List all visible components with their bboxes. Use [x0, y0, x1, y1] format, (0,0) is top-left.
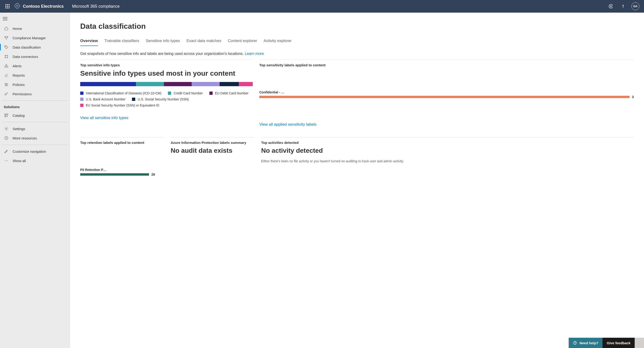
- avatar[interactable]: GA: [632, 2, 639, 10]
- svg-point-8: [7, 55, 8, 56]
- card-heading: No activity detected: [261, 147, 634, 154]
- divider: [2, 144, 68, 145]
- sidebar-item-label: Policies: [12, 83, 25, 87]
- gear-icon: [608, 4, 613, 9]
- card-top-sensitivity-labels: Top sensitivity labels applied to conten…: [259, 60, 634, 127]
- question-icon: [621, 4, 625, 9]
- view-all-applied-sensitivity-labels-link[interactable]: View all applied sensitivity labels: [259, 122, 634, 127]
- gear-icon: [4, 127, 9, 131]
- svg-point-28: [6, 160, 6, 161]
- sidebar-item-label: Data connectors: [12, 55, 38, 59]
- collapse-nav-button[interactable]: [0, 16, 70, 24]
- card-title: Top retention labels applied to content: [80, 141, 164, 144]
- swatch-icon: [80, 98, 84, 101]
- svg-point-10: [7, 57, 8, 58]
- sidebar-item-permissions[interactable]: Permissions: [0, 89, 70, 99]
- overview-subtext: Get snapshots of how sensitive info and …: [80, 52, 634, 56]
- label-count: 28: [151, 172, 155, 176]
- legend-item: U.S. Bank Account Number: [80, 97, 126, 101]
- card-subtext: Either there's been no file activity or …: [261, 159, 634, 164]
- svg-point-18: [6, 85, 6, 86]
- swatch-icon: [210, 92, 213, 95]
- sidebar-item-label: Reports: [12, 73, 25, 77]
- tab-overview[interactable]: Overview: [80, 37, 98, 46]
- hamburger-icon: [3, 17, 8, 21]
- sidebar-item-home[interactable]: Home: [0, 24, 70, 33]
- sidebar-item-label: Catalog: [12, 113, 25, 117]
- settings-button[interactable]: [607, 3, 614, 10]
- sidebar-item-label: Data classification: [12, 45, 41, 49]
- collapse-actions-button[interactable]: [635, 338, 644, 348]
- chart-legend: International Classification of Diseases…: [80, 91, 253, 107]
- tab-sensitive-info-types[interactable]: Sensitive info types: [146, 37, 180, 46]
- tab-activity-explorer[interactable]: Activity explorer: [264, 37, 292, 46]
- sidebar-item-settings[interactable]: Settings: [0, 124, 70, 133]
- svg-point-27: [5, 160, 5, 161]
- sidebar-item-policies[interactable]: Policies: [0, 80, 70, 89]
- svg-point-31: [575, 343, 575, 344]
- main-content: Data classification Overview Trainable c…: [70, 13, 644, 348]
- ellipsis-icon: [4, 158, 9, 163]
- svg-point-16: [5, 83, 6, 84]
- card-heading: No audit data exists: [171, 147, 254, 154]
- bar-segment: [136, 82, 164, 86]
- tag-icon: [4, 45, 9, 49]
- svg-point-6: [5, 46, 6, 47]
- question-circle-icon: [573, 341, 577, 345]
- app-title: Microsoft 365 compliance: [72, 4, 120, 9]
- svg-point-26: [6, 137, 6, 137]
- sidebar-item-compliance-manager[interactable]: Compliance Manager: [0, 33, 70, 43]
- svg-point-12: [6, 67, 6, 67]
- bar-segment: [239, 82, 253, 86]
- sidebar-item-label: More resources: [12, 136, 37, 140]
- bottom-actions: Need help? Give feedback: [569, 338, 644, 348]
- sidebar-item-label: Show all: [12, 159, 26, 163]
- swatch-icon: [80, 104, 84, 107]
- card-title: Top sensitivity labels applied to conten…: [259, 63, 634, 67]
- sidebar: Home Compliance Manager Data classificat…: [0, 13, 70, 348]
- svg-point-0: [16, 5, 18, 7]
- home-icon: [4, 26, 9, 31]
- sidebar-item-alerts[interactable]: Alerts: [0, 61, 70, 71]
- sidebar-item-label: Permissions: [12, 92, 32, 96]
- brand-name: Contoso Electronics: [23, 4, 64, 9]
- help-button[interactable]: [619, 3, 627, 10]
- sidebar-item-more-resources[interactable]: More resources: [0, 133, 70, 143]
- reports-icon: [4, 73, 9, 77]
- card-top-retention-labels: Top retention labels applied to content …: [80, 137, 164, 176]
- legend-label: EU Social Security Number (SSN) or Equiv…: [86, 103, 159, 107]
- sidebar-item-data-classification[interactable]: Data classification: [0, 43, 70, 52]
- legend-label: International Classification of Diseases…: [86, 91, 161, 95]
- give-feedback-button[interactable]: Give feedback: [602, 338, 635, 348]
- sidebar-item-reports[interactable]: Reports: [0, 71, 70, 80]
- label-name: PII Retention P…: [80, 168, 164, 172]
- brand: Contoso Electronics: [14, 3, 64, 10]
- tab-trainable-classifiers[interactable]: Trainable classifiers: [104, 37, 140, 46]
- legend-item: International Classification of Diseases…: [80, 91, 161, 95]
- tab-exact-data-matches[interactable]: Exact data matches: [186, 37, 221, 46]
- svg-rect-20: [5, 114, 6, 115]
- sidebar-item-label: Compliance Manager: [12, 36, 46, 40]
- tab-content-explorer[interactable]: Content explorer: [228, 37, 257, 46]
- svg-point-2: [623, 7, 623, 8]
- sidebar-item-catalog[interactable]: Catalog: [0, 111, 70, 120]
- brand-logo-icon: [14, 3, 20, 10]
- svg-point-17: [7, 84, 8, 85]
- svg-point-1: [610, 6, 612, 7]
- svg-point-29: [7, 160, 8, 161]
- sidebar-item-customize-navigation[interactable]: Customize navigation: [0, 147, 70, 156]
- sidebar-item-data-connectors[interactable]: Data connectors: [0, 52, 70, 61]
- learn-more-link[interactable]: Learn more: [245, 52, 264, 56]
- sidebar-item-show-all[interactable]: Show all: [0, 156, 70, 165]
- need-help-button[interactable]: Need help?: [569, 338, 602, 348]
- view-all-sensitive-info-types-link[interactable]: View all sensitive info types: [80, 116, 253, 120]
- card-title: Top activities detected: [261, 141, 634, 144]
- page-title: Data classification: [80, 22, 634, 31]
- legend-item: EU Debit Card Number: [210, 91, 248, 95]
- swatch-icon: [132, 98, 135, 101]
- tabs: Overview Trainable classifiers Sensitive…: [80, 37, 634, 46]
- divider: [2, 100, 68, 101]
- svg-rect-21: [7, 114, 8, 115]
- svg-point-9: [5, 57, 6, 58]
- app-launcher-button[interactable]: [2, 1, 13, 12]
